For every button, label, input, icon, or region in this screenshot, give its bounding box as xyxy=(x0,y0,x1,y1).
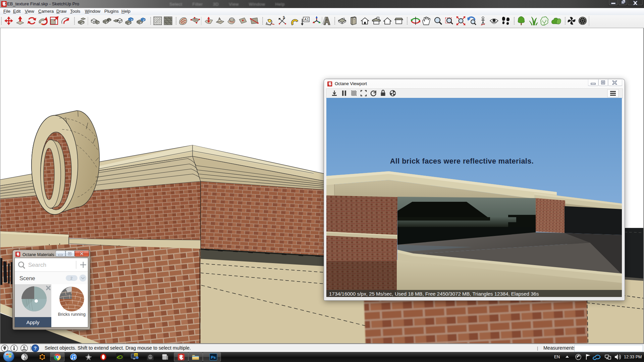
svg-text:12:33 PM: 12:33 PM xyxy=(624,355,642,359)
svg-text:Bricks running: Bricks running xyxy=(58,312,86,317)
svg-text:Ps: Ps xyxy=(211,355,216,359)
svg-text:Search: Search xyxy=(28,262,46,268)
svg-text:Apply: Apply xyxy=(26,319,40,325)
svg-text:Scene: Scene xyxy=(19,275,35,281)
svg-text:All brick faces were reflectiv: All brick faces were reflective material… xyxy=(390,157,534,165)
svg-text:2: 2 xyxy=(70,276,72,280)
svg-text:3: 3 xyxy=(283,16,285,19)
svg-text:EN: EN xyxy=(554,355,560,359)
svg-text:A1: A1 xyxy=(304,17,309,21)
svg-text:99: 99 xyxy=(135,354,138,357)
svg-text:?: ? xyxy=(34,346,37,351)
